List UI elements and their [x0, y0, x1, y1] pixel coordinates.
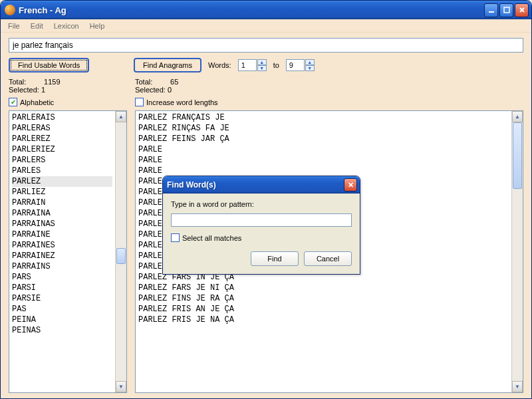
- list-item[interactable]: PARRAINES: [12, 240, 112, 251]
- pattern-input[interactable]: [171, 213, 352, 227]
- alphabetic-checkbox[interactable]: ✔ Alphabetic: [9, 98, 127, 106]
- left-selected-value: 1: [41, 86, 45, 94]
- list-item[interactable]: PARLE: [138, 144, 509, 155]
- list-item[interactable]: PARLIEZ: [12, 187, 112, 198]
- list-item[interactable]: PARLERIEZ: [12, 144, 112, 155]
- scroll-down-icon[interactable]: ▼: [512, 381, 523, 392]
- right-selected-value: 0: [168, 86, 172, 94]
- svg-rect-1: [504, 7, 509, 13]
- words-to-input[interactable]: [286, 59, 305, 71]
- scrollbar[interactable]: ▲ ▼: [511, 111, 523, 392]
- find-words-dialog: Find Word(s) ✕ Type in a word or pattern…: [162, 176, 360, 275]
- scroll-up-icon[interactable]: ▲: [512, 111, 523, 122]
- left-total-label: Total:: [9, 78, 42, 86]
- list-item[interactable]: PEINA: [12, 315, 112, 325]
- left-column: Total: 1159 Selected: 1 ✔ Alphabetic PAR…: [9, 78, 127, 393]
- app-icon: [5, 5, 15, 15]
- usable-words-list[interactable]: PARLERAISPARLERASPARLEREZPARLERIEZPARLER…: [9, 110, 127, 393]
- checkbox-icon: [171, 233, 180, 242]
- menu-lexicon[interactable]: Lexicon: [49, 21, 84, 31]
- words-from-input[interactable]: [238, 59, 257, 71]
- menu-edit[interactable]: Edit: [26, 21, 48, 31]
- list-item[interactable]: PARLEZ: [12, 176, 112, 187]
- list-item[interactable]: PARLEZ FRIS AN JE ÇA: [138, 304, 509, 315]
- list-item[interactable]: PARLEZ FEINS JAR ÇA: [138, 134, 509, 144]
- list-item[interactable]: PARLEZ FINS JE RA ÇA: [138, 293, 509, 304]
- checkbox-icon: [135, 98, 144, 106]
- scroll-thumb[interactable]: [513, 122, 522, 189]
- list-item[interactable]: PARRAIN: [12, 198, 112, 208]
- list-item[interactable]: PARLE: [138, 155, 509, 166]
- select-all-matches-checkbox[interactable]: Select all matches: [171, 233, 352, 242]
- scrollbar[interactable]: ▲ ▼: [115, 111, 126, 392]
- list-item[interactable]: PARRAINS: [12, 261, 112, 272]
- list-item[interactable]: PARLEZ RINÇAS FA JE: [138, 123, 509, 134]
- list-item[interactable]: PARRAINE: [12, 229, 112, 240]
- dialog-close-button[interactable]: ✕: [344, 178, 357, 192]
- list-item[interactable]: PARLEZ FRIS JE NA ÇA: [138, 315, 509, 325]
- menubar: File Edit Lexicon Help: [1, 19, 531, 33]
- titlebar[interactable]: French - Ag: [1, 1, 531, 19]
- close-button[interactable]: [515, 3, 529, 17]
- window-title: French - Ag: [19, 5, 484, 15]
- checkbox-icon: ✔: [9, 98, 17, 106]
- menu-help[interactable]: Help: [85, 21, 110, 31]
- alphabetic-label: Alphabetic: [20, 98, 54, 106]
- list-item[interactable]: PARSIE: [12, 293, 112, 304]
- list-item[interactable]: PARLERAIS: [12, 112, 112, 123]
- find-button[interactable]: Find: [251, 251, 299, 266]
- right-total-label: Total:: [135, 78, 168, 86]
- spinner-down-icon[interactable]: ▼: [305, 65, 315, 71]
- select-all-matches-label: Select all matches: [182, 234, 241, 242]
- scroll-up-icon[interactable]: ▲: [116, 111, 126, 122]
- spinner-up-icon[interactable]: ▲: [305, 59, 315, 65]
- find-usable-words-button[interactable]: Find Usable Words: [9, 58, 89, 72]
- list-item[interactable]: PARLERAS: [12, 123, 112, 134]
- words-from-spinner[interactable]: ▲▼: [238, 59, 267, 71]
- minimize-button[interactable]: [484, 3, 498, 17]
- list-item[interactable]: PARS: [12, 272, 112, 283]
- right-selected-label: Selected:: [135, 86, 166, 94]
- list-item[interactable]: PARRAINAS: [12, 219, 112, 229]
- scroll-thumb[interactable]: [116, 248, 126, 264]
- increase-lengths-label: Increase word lengths: [146, 98, 218, 106]
- list-item[interactable]: PARLEZ FARS JE NI ÇA: [138, 283, 509, 293]
- left-total-value: 1159: [44, 78, 60, 86]
- list-item[interactable]: PARLES: [12, 166, 112, 176]
- list-item[interactable]: PARLERS: [12, 155, 112, 166]
- list-item[interactable]: PARRAINEZ: [12, 251, 112, 261]
- find-anagrams-button[interactable]: Find Anagrams: [134, 58, 201, 72]
- menu-file[interactable]: File: [3, 21, 25, 31]
- phrase-input[interactable]: [9, 38, 523, 53]
- words-to-spinner[interactable]: ▲▼: [286, 59, 315, 71]
- maximize-button[interactable]: [499, 3, 513, 17]
- list-item[interactable]: PAS: [12, 304, 112, 315]
- cancel-button[interactable]: Cancel: [304, 251, 352, 266]
- words-label: Words:: [208, 61, 231, 69]
- scroll-down-icon[interactable]: ▼: [116, 381, 126, 392]
- left-selected-label: Selected:: [9, 86, 39, 94]
- right-total-value: 65: [170, 78, 178, 86]
- list-item[interactable]: PARLE: [138, 166, 509, 176]
- dialog-prompt: Type in a word or pattern:: [171, 200, 352, 208]
- spinner-up-icon[interactable]: ▲: [257, 59, 267, 65]
- list-item[interactable]: PARSI: [12, 283, 112, 293]
- list-item[interactable]: PARLEZ FRANÇAIS JE: [138, 112, 509, 123]
- list-item[interactable]: PEINAS: [12, 325, 112, 336]
- list-item[interactable]: PARLEREZ: [12, 134, 112, 144]
- spinner-down-icon[interactable]: ▼: [257, 65, 267, 71]
- svg-rect-0: [489, 11, 494, 13]
- increase-lengths-checkbox[interactable]: Increase word lengths: [135, 98, 523, 106]
- words-to-label: to: [273, 61, 279, 69]
- dialog-title: Find Word(s): [167, 180, 344, 190]
- list-item[interactable]: PARRAINA: [12, 208, 112, 219]
